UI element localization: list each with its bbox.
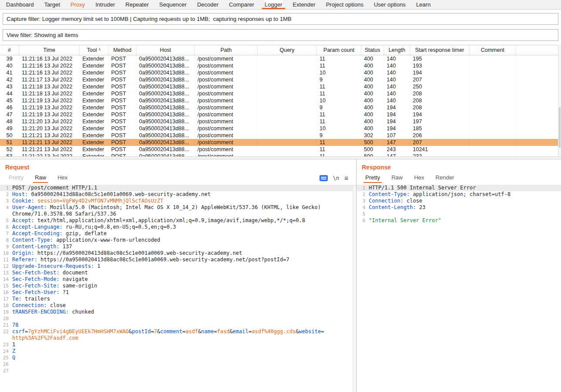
cell-query (258, 146, 317, 153)
table-row[interactable]: 4411:21:18 13 Jul 2022ExtenderPOST0a9500… (0, 90, 561, 97)
column-header-status[interactable]: Status (361, 45, 384, 55)
menu-tab-user-options[interactable]: User options (374, 0, 406, 9)
cell-status: 400 (361, 90, 384, 97)
table-scrollbar[interactable] (558, 45, 561, 156)
editor-line: 2Host: 0a9500020413d88ac08c5c1e001a0069.… (0, 191, 356, 198)
tab-render[interactable]: Render (435, 174, 454, 182)
table-row[interactable]: 4211:21:17 13 Jul 2022ExtenderPOST0a9500… (0, 76, 561, 83)
cell-tool: Extender (80, 118, 109, 125)
column-header-tool[interactable]: Tool∧ (80, 45, 109, 55)
cell-start-response-timer: 10241 (410, 146, 469, 153)
cell-path: /post/comment (195, 104, 258, 111)
cell-path: /post/comment (195, 139, 258, 146)
column-header-time[interactable]: Time (19, 45, 80, 55)
newline-toggle-icon[interactable]: \n (333, 175, 339, 181)
response-editor-tabs: Pretty Raw Hex Render (365, 174, 561, 182)
tab-pretty[interactable]: Pretty (365, 174, 380, 182)
cell-param-count: 10 (317, 97, 361, 104)
cell--: 39 (0, 55, 19, 62)
table-row[interactable]: 4711:21:19 13 Jul 2022ExtenderPOST0a9500… (0, 111, 561, 118)
cell-status: 400 (361, 125, 384, 132)
cell-start-response-timer: 208 (410, 97, 469, 104)
table-row[interactable]: 4611:21:19 13 Jul 2022ExtenderPOST0a9500… (0, 104, 561, 111)
line-content: HTTP/1.1 500 Internal Server Error (369, 185, 476, 191)
cell-length: 194 (384, 125, 410, 132)
column-header-length[interactable]: Length (384, 45, 410, 55)
table-row[interactable]: 4911:21:20 13 Jul 2022ExtenderPOST0a9500… (0, 125, 561, 132)
cell-query (258, 83, 317, 90)
table-row[interactable]: 5311:21:22 13 Jul 2022ExtenderPOST0a9500… (0, 153, 561, 156)
menu-tab-dashboard[interactable]: Dashboard (6, 0, 34, 9)
column-header-path[interactable]: Path (195, 45, 258, 55)
column-header--[interactable]: # (0, 45, 19, 55)
request-editor[interactable]: 1POST /post/comment HTTP/1.12Host: 0a950… (0, 185, 356, 392)
menu-tab-sequencer[interactable]: Sequencer (159, 0, 187, 9)
table-body: 3911:21:16 13 Jul 2022ExtenderPOST0a9500… (0, 55, 561, 156)
menu-tab-learn[interactable]: Learn (416, 0, 431, 9)
tab-hex[interactable]: Hex (58, 174, 68, 182)
menu-tab-extender[interactable]: Extender (293, 0, 316, 9)
menu-tab-comparer[interactable]: Comparer (229, 0, 254, 9)
menu-tab-decoder[interactable]: Decoder (197, 0, 218, 9)
cell-length: 140 (384, 62, 410, 69)
cell-length: 194 (384, 118, 410, 125)
pretty-print-icon[interactable] (320, 175, 328, 181)
line-number: 21 (0, 322, 12, 328)
cell-method: POST (109, 62, 136, 69)
response-editor[interactable]: 1HTTP/1.1 500 Internal Server Error2Cont… (357, 185, 561, 392)
tab-raw[interactable]: Raw (35, 174, 46, 182)
table-row[interactable]: 4811:21:20 13 Jul 2022ExtenderPOST0a9500… (0, 118, 561, 125)
cell-tool: Extender (80, 125, 109, 132)
cell-time: 11:21:16 13 Jul 2022 (19, 69, 80, 76)
menu-tab-target[interactable]: Target (44, 0, 60, 9)
menu-tab-repeater[interactable]: Repeater (126, 0, 149, 9)
column-header-start-response-timer[interactable]: Start response timer (410, 45, 469, 55)
tab-pretty[interactable]: Pretty (9, 174, 24, 182)
menu-tab-intruder[interactable]: Intruder (95, 0, 115, 9)
tab-raw[interactable]: Raw (391, 174, 403, 182)
cell-status: 400 (361, 69, 384, 76)
column-header-param-count[interactable]: Param count (317, 45, 361, 55)
table-row[interactable]: 4011:21:16 13 Jul 2022ExtenderPOST0a9500… (0, 62, 561, 69)
column-label: Comment (481, 47, 504, 53)
cell-time: 11:21:16 13 Jul 2022 (19, 55, 80, 62)
line-number: 27 (0, 368, 12, 374)
cell-start-response-timer: 193 (410, 62, 469, 69)
table-row[interactable]: 5211:21:21 13 Jul 2022ExtenderPOST0a9500… (0, 146, 561, 153)
column-header-comment[interactable]: Comment (469, 45, 516, 55)
menu-tab-proxy[interactable]: Proxy (71, 0, 85, 9)
editor-menu-icon[interactable]: ≡ (344, 175, 348, 181)
menu-tab-logger[interactable]: Logger (265, 0, 282, 9)
view-filter-bar[interactable]: View filter: Showing all items (3, 29, 558, 41)
logger-table: #TimeTool∧MethodHostPathQueryParam count… (0, 45, 561, 156)
line-number: 8 (0, 237, 12, 243)
horizontal-splitter[interactable] (0, 156, 561, 159)
column-header-host[interactable]: Host (136, 45, 195, 55)
cell-comment (469, 90, 516, 97)
table-row[interactable]: 5111:21:21 13 Jul 2022ExtenderPOST0a9500… (0, 139, 561, 146)
sort-ascending-icon: ∧ (98, 47, 101, 51)
column-header-query[interactable]: Query (258, 45, 317, 55)
editor-line: 7Accept-Encoding: gzip, deflate (0, 230, 356, 237)
cell-time: 11:21:21 13 Jul 2022 (19, 139, 80, 146)
editor-line: 10Origin: https://0a9500020413d88ac08c5c… (0, 250, 356, 257)
menu-tab-project-options[interactable]: Project options (326, 0, 364, 9)
cell-start-response-timer: 207 (410, 76, 469, 83)
cell-query (258, 97, 317, 104)
column-header-method[interactable]: Method (109, 45, 136, 55)
request-scrollbar[interactable] (353, 186, 356, 392)
capture-filter-bar[interactable]: Capture filter: Logger memory limit set … (3, 13, 558, 25)
editor-line: 19tRANSFER-ENCODING: chunked (0, 309, 356, 315)
scrollbar-thumb[interactable] (559, 107, 561, 147)
tab-hex[interactable]: Hex (414, 174, 424, 182)
line-content: Accept-Language: ru-RU,ru;q=0.8,en-US;q=… (12, 224, 176, 230)
table-row[interactable]: 4111:21:16 13 Jul 2022ExtenderPOST0a9500… (0, 69, 561, 76)
table-row[interactable]: 4311:21:18 13 Jul 2022ExtenderPOST0a9500… (0, 83, 561, 90)
table-row[interactable]: 4511:21:19 13 Jul 2022ExtenderPOST0a9500… (0, 97, 561, 104)
table-row[interactable]: 5011:21:21 13 Jul 2022ExtenderPOST0a9500… (0, 132, 561, 139)
table-row[interactable]: 3911:21:16 13 Jul 2022ExtenderPOST0a9500… (0, 55, 561, 62)
line-content: Connection: close (369, 198, 422, 204)
cell-comment (469, 83, 516, 90)
cell-tool: Extender (80, 97, 109, 104)
cell--: 46 (0, 104, 19, 111)
